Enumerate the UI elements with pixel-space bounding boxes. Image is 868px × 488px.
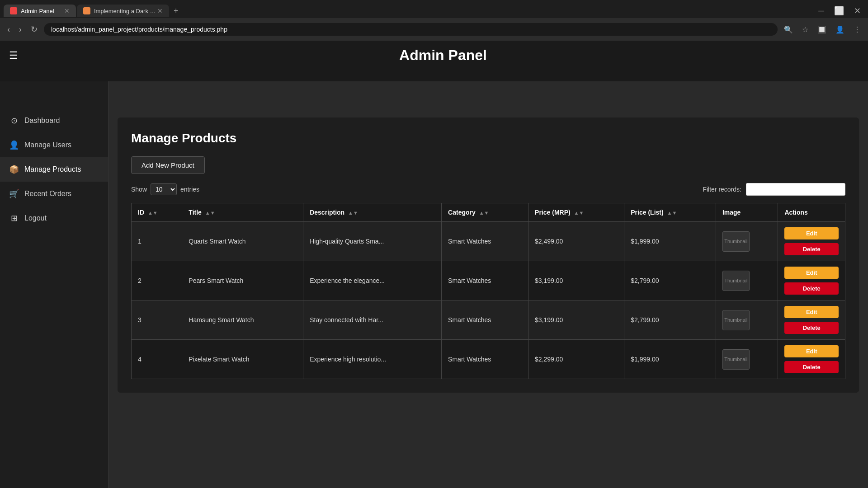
cell-price-list: $2,799.00 <box>624 300 716 340</box>
sort-mrp-icon: ▲▼ <box>574 210 584 216</box>
dashboard-icon: ⊙ <box>9 116 19 126</box>
sort-cat-icon: ▲▼ <box>479 210 489 216</box>
sidebar: ⊙ Dashboard 👤 Manage Users 📦 Manage Prod… <box>0 81 108 488</box>
cell-category: Smart Watches <box>442 222 528 261</box>
filter-records-control: Filter records: <box>703 183 845 196</box>
bookmark-button[interactable]: ☆ <box>799 23 811 36</box>
tab-label-dark: Implementing a Dark Material... <box>94 8 157 14</box>
new-tab-button[interactable]: + <box>170 6 182 16</box>
col-header-title[interactable]: Title ▲▼ <box>182 203 303 222</box>
orders-icon: 🛒 <box>9 189 19 199</box>
address-bar[interactable] <box>44 23 778 36</box>
edit-button[interactable]: Edit <box>784 306 839 318</box>
reload-button[interactable]: ↻ <box>28 23 40 36</box>
cell-id: 3 <box>132 300 182 340</box>
sidebar-item-logout[interactable]: ⊞ Logout <box>0 206 108 230</box>
tab-favicon-admin <box>10 7 17 14</box>
delete-button[interactable]: Delete <box>784 361 839 373</box>
table-row: 4 Pixelate Smart Watch Experience high r… <box>132 340 845 379</box>
table-row: 3 Hamsung Smart Watch Stay connected wit… <box>132 300 845 340</box>
show-entries-control: Show 10 25 50 100 entries <box>131 183 199 195</box>
page-title: Manage Products <box>131 131 845 145</box>
delete-button[interactable]: Delete <box>784 322 839 334</box>
cell-price-mrp: $3,199.00 <box>528 300 624 340</box>
col-header-price-list[interactable]: Price (List) ▲▼ <box>624 203 716 222</box>
cell-description: High-quality Quarts Sma... <box>303 222 442 261</box>
extensions-button[interactable]: 🔲 <box>815 23 829 36</box>
menu-button[interactable]: ⋮ <box>851 23 863 36</box>
tab-dark-material[interactable]: Implementing a Dark Material... ✕ <box>77 5 169 17</box>
col-header-description[interactable]: Description ▲▼ <box>303 203 442 222</box>
cell-id: 1 <box>132 222 182 261</box>
tab-close-dark[interactable]: ✕ <box>157 7 163 14</box>
thumbnail: Thumbnail <box>722 231 750 252</box>
maximize-button[interactable]: ⬜ <box>830 5 848 17</box>
cell-title: Hamsung Smart Watch <box>182 300 303 340</box>
delete-button[interactable]: Delete <box>784 243 839 255</box>
sort-list-icon: ▲▼ <box>667 210 677 216</box>
tab-close-admin[interactable]: ✕ <box>64 7 70 14</box>
users-icon: 👤 <box>9 140 19 150</box>
minimize-button[interactable]: ─ <box>815 5 828 17</box>
sidebar-item-recent-orders[interactable]: 🛒 Recent Orders <box>0 182 108 206</box>
sidebar-label-recent-orders: Recent Orders <box>24 190 71 198</box>
sidebar-item-dashboard[interactable]: ⊙ Dashboard <box>0 108 108 133</box>
table-row: 1 Quarts Smart Watch High-quality Quarts… <box>132 222 845 261</box>
add-new-product-button[interactable]: Add New Product <box>131 156 205 174</box>
col-header-category[interactable]: Category ▲▼ <box>442 203 528 222</box>
table-row: 2 Pears Smart Watch Experience the elega… <box>132 261 845 300</box>
cell-price-mrp: $2,499.00 <box>528 222 624 261</box>
cell-title: Pixelate Smart Watch <box>182 340 303 379</box>
cell-title: Pears Smart Watch <box>182 261 303 300</box>
col-header-image: Image <box>716 203 778 222</box>
cell-image: Thumbnail <box>716 300 778 340</box>
filter-input[interactable] <box>746 183 845 196</box>
edit-button[interactable]: Edit <box>784 267 839 279</box>
sidebar-label-dashboard: Dashboard <box>24 117 60 125</box>
sort-desc-icon: ▲▼ <box>348 210 358 216</box>
products-icon: 📦 <box>9 164 19 174</box>
cell-description: Experience high resolutio... <box>303 340 442 379</box>
sidebar-item-manage-users[interactable]: 👤 Manage Users <box>0 133 108 157</box>
cell-category: Smart Watches <box>442 340 528 379</box>
cell-actions: Edit Delete <box>778 340 845 379</box>
forward-button[interactable]: › <box>16 23 24 36</box>
header-title: Admin Panel <box>27 47 859 64</box>
table-header-row: ID ▲▼ Title ▲▼ Description ▲▼ Category <box>132 203 845 222</box>
entries-select[interactable]: 10 25 50 100 <box>151 183 177 195</box>
sidebar-item-manage-products[interactable]: 📦 Manage Products <box>0 157 108 182</box>
edit-button[interactable]: Edit <box>784 345 839 357</box>
products-table: ID ▲▼ Title ▲▼ Description ▲▼ Category <box>131 203 845 379</box>
tab-favicon-dark <box>83 7 90 14</box>
cell-actions: Edit Delete <box>778 261 845 300</box>
edit-button[interactable]: Edit <box>784 227 839 239</box>
close-window-button[interactable]: ✕ <box>850 5 864 17</box>
logout-icon: ⊞ <box>9 213 19 223</box>
sort-id-icon: ▲▼ <box>148 210 158 216</box>
cell-price-list: $1,999.00 <box>624 340 716 379</box>
col-header-id[interactable]: ID ▲▼ <box>132 203 182 222</box>
cell-image: Thumbnail <box>716 340 778 379</box>
thumbnail: Thumbnail <box>722 349 750 370</box>
cell-id: 4 <box>132 340 182 379</box>
col-header-price-mrp[interactable]: Price (MRP) ▲▼ <box>528 203 624 222</box>
content-box: Manage Products Add New Product Show 10 … <box>118 117 859 393</box>
zoom-button[interactable]: 🔍 <box>781 23 796 36</box>
cell-actions: Edit Delete <box>778 300 845 340</box>
cell-actions: Edit Delete <box>778 222 845 261</box>
tab-admin-panel[interactable]: Admin Panel ✕ <box>4 5 76 17</box>
thumbnail: Thumbnail <box>722 271 750 291</box>
hamburger-button[interactable]: ☰ <box>9 51 18 61</box>
delete-button[interactable]: Delete <box>784 282 839 295</box>
show-label: Show <box>131 186 147 193</box>
cell-title: Quarts Smart Watch <box>182 222 303 261</box>
cell-price-mrp: $2,299.00 <box>528 340 624 379</box>
profile-button[interactable]: 👤 <box>833 23 847 36</box>
cell-price-mrp: $3,199.00 <box>528 261 624 300</box>
cell-category: Smart Watches <box>442 261 528 300</box>
table-controls: Show 10 25 50 100 entries Filter records… <box>131 183 845 196</box>
entries-label: entries <box>180 186 199 193</box>
sidebar-label-manage-products: Manage Products <box>24 165 81 174</box>
back-button[interactable]: ‹ <box>5 23 13 36</box>
app-header: ☰ Admin Panel <box>0 41 868 70</box>
